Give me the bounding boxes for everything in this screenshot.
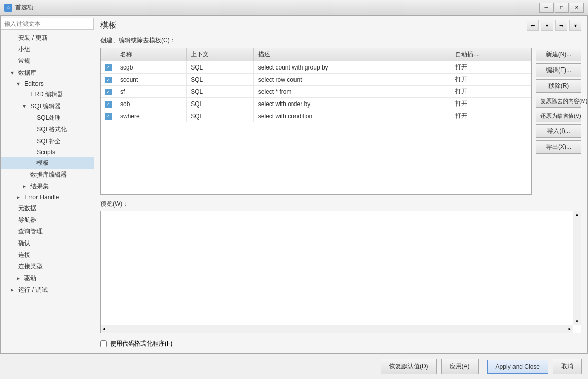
row-context: SQL: [187, 86, 254, 98]
col-header-context[interactable]: 上下文: [187, 48, 254, 61]
row-name: scount: [116, 74, 187, 86]
section-label: 创建、编辑或除去模板(C)：: [100, 36, 581, 45]
sidebar-item-editors[interactable]: ▾ Editors: [1, 79, 94, 89]
scroll-up-arrow[interactable]: ▲: [573, 211, 581, 217]
page-title: 模板: [100, 20, 117, 31]
new-button[interactable]: 新建(N)...: [536, 48, 581, 61]
restore-defaults-button[interactable]: 恢复默认值(D): [381, 359, 437, 374]
horizontal-scrollbar[interactable]: ◄ ►: [101, 325, 573, 333]
templates-table-container[interactable]: 名称 上下文 描述 自动插... ✓ scgb SQL select count…: [100, 48, 532, 195]
row-name: scgb: [116, 61, 187, 74]
sidebar-item-sqleditor[interactable]: ▾ SQL编辑器: [1, 100, 94, 112]
col-header-name[interactable]: 名称: [116, 48, 187, 61]
row-context: SQL: [187, 61, 254, 74]
edit-button[interactable]: 编辑(E)...: [536, 63, 581, 77]
row-description: select with condition: [253, 110, 451, 122]
row-checkbox-cell[interactable]: ✓: [101, 61, 116, 74]
apply-close-button[interactable]: Apply and Close: [487, 360, 548, 374]
row-auto: 打开: [451, 110, 531, 122]
row-name: sf: [116, 86, 187, 98]
arrow-driver: ▸: [17, 274, 22, 282]
sidebar-item-install[interactable]: 安装 / 更新: [1, 32, 94, 44]
sidebar-item-metadata[interactable]: 元数据: [1, 202, 94, 214]
app-icon: ☆: [4, 4, 12, 12]
format-checkbox[interactable]: [100, 340, 107, 347]
apply-button[interactable]: 应用(A): [441, 359, 479, 374]
arrow-editors: ▾: [17, 80, 22, 87]
sidebar-item-confirm[interactable]: 确认: [1, 237, 94, 249]
row-checkbox[interactable]: ✓: [105, 101, 112, 108]
restore-default-button[interactable]: 还原为缺省值(V): [536, 110, 581, 122]
nav-controls: ⬅ ▾ ➡ ▾: [527, 20, 581, 31]
sidebar-item-scripts[interactable]: Scripts: [1, 147, 94, 157]
sidebar-item-results[interactable]: ▸ 结果集: [1, 181, 94, 192]
minimize-button[interactable]: ─: [539, 3, 554, 13]
sidebar-item-database[interactable]: ▾ 数据库: [1, 67, 94, 79]
vertical-scrollbar[interactable]: ▲ ▼: [573, 211, 581, 325]
nav-forward-dropdown-button[interactable]: ▾: [569, 20, 581, 31]
import-button[interactable]: 导入(I)...: [536, 124, 581, 138]
row-name: swhere: [116, 110, 187, 122]
preview-section: 预览(W)： ▲ ▼ ◄ ► 使用代码格式化程序(F): [100, 200, 581, 350]
sidebar: 安装 / 更新 小组 常规 ▾ 数据库 ▾ Editors ERD 编辑器 ▾ …: [1, 16, 94, 353]
nav-dropdown-button[interactable]: ▾: [541, 20, 553, 31]
action-buttons: 新建(N)... 编辑(E)... 移除(R) 复原除去的内容(M) 还原为缺省…: [536, 48, 581, 195]
window-controls: ─ □ ✕: [539, 3, 584, 13]
sidebar-item-errorhandle[interactable]: ▸ Error Handle: [1, 192, 94, 202]
maximize-button[interactable]: □: [555, 3, 569, 13]
sidebar-item-group[interactable]: 小组: [1, 44, 94, 55]
scroll-right-arrow[interactable]: ►: [568, 327, 573, 331]
cancel-button[interactable]: 取消: [553, 359, 582, 374]
row-checkbox[interactable]: ✓: [105, 77, 112, 83]
preview-box[interactable]: ▲ ▼ ◄ ►: [100, 211, 581, 333]
sidebar-item-erd[interactable]: ERD 编辑器: [1, 89, 94, 100]
remove-button[interactable]: 移除(R): [536, 79, 581, 93]
preview-label: 预览(W)：: [100, 200, 581, 209]
window-title: 首选项: [15, 3, 33, 12]
arrow-database: ▾: [11, 69, 16, 76]
row-checkbox-cell[interactable]: ✓: [101, 110, 116, 122]
row-checkbox[interactable]: ✓: [105, 89, 112, 95]
table-row[interactable]: ✓ scount SQL select row count 打开: [101, 74, 531, 86]
col-header-check: [101, 48, 116, 61]
table-row[interactable]: ✓ sf SQL select * from 打开: [101, 86, 531, 98]
restore-removed-button[interactable]: 复原除去的内容(M): [536, 95, 581, 108]
row-checkbox-cell[interactable]: ✓: [101, 86, 116, 98]
sidebar-item-querymgr[interactable]: 查询管理: [1, 226, 94, 237]
sidebar-item-dbeditor[interactable]: 数据库编辑器: [1, 169, 94, 181]
row-auto: 打开: [451, 86, 531, 98]
sidebar-item-driver[interactable]: ▸ 驱动: [1, 272, 94, 284]
sidebar-item-templates[interactable]: 模板: [1, 157, 94, 169]
row-checkbox-cell[interactable]: ✓: [101, 74, 116, 86]
nav-forward-button[interactable]: ➡: [555, 20, 567, 31]
sidebar-item-conntype[interactable]: 连接类型: [1, 261, 94, 272]
row-checkbox[interactable]: ✓: [105, 64, 112, 71]
scroll-down-arrow[interactable]: ▼: [573, 319, 581, 325]
col-header-description[interactable]: 描述: [253, 48, 451, 61]
row-checkbox-cell[interactable]: ✓: [101, 98, 116, 110]
nav-back-button[interactable]: ⬅: [527, 20, 539, 31]
table-panel: 名称 上下文 描述 自动插... ✓ scgb SQL select count…: [100, 48, 581, 195]
title-bar: ☆ 首选项 ─ □ ✕: [0, 0, 588, 15]
scroll-left-arrow[interactable]: ◄: [101, 327, 106, 331]
close-button[interactable]: ✕: [570, 3, 584, 13]
sidebar-item-general[interactable]: 常规: [1, 55, 94, 67]
row-context: SQL: [187, 110, 254, 122]
row-checkbox[interactable]: ✓: [105, 113, 112, 120]
templates-table: 名称 上下文 描述 自动插... ✓ scgb SQL select count…: [101, 48, 531, 122]
sidebar-search-input[interactable]: [1, 18, 94, 30]
arrow-errorhandle: ▸: [17, 194, 22, 201]
table-row[interactable]: ✓ swhere SQL select with condition 打开: [101, 110, 531, 122]
sidebar-item-sqlprocess[interactable]: SQL处理: [1, 112, 94, 124]
sidebar-item-sqlformat[interactable]: SQL格式化: [1, 124, 94, 135]
table-row[interactable]: ✓ sob SQL select with order by 打开: [101, 98, 531, 110]
sidebar-item-connect[interactable]: 连接: [1, 249, 94, 261]
table-row[interactable]: ✓ scgb SQL select count with group by 打开: [101, 61, 531, 74]
export-button[interactable]: 导出(X)...: [536, 140, 581, 154]
sidebar-item-navigator[interactable]: 导航器: [1, 214, 94, 226]
sidebar-item-rundebug[interactable]: ▸ 运行 / 调试: [1, 284, 94, 296]
col-header-auto[interactable]: 自动插...: [451, 48, 531, 61]
format-checkbox-label[interactable]: 使用代码格式化程序(F): [110, 339, 172, 348]
arrow-results: ▸: [23, 183, 28, 190]
sidebar-item-sqlcomp[interactable]: SQL补全: [1, 135, 94, 147]
